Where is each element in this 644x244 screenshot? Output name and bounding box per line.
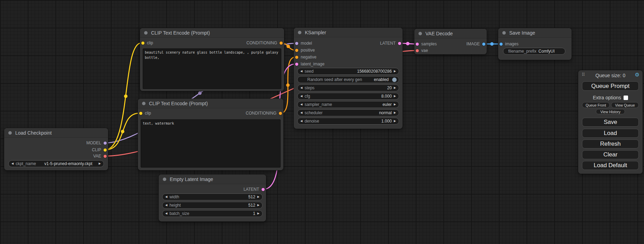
node-title-bar[interactable]: VAE Decode [414,29,487,38]
positive-input-port[interactable] [295,49,298,52]
collapse-dot-icon[interactable] [144,31,148,35]
latent-image-input: latent_image [295,61,325,67]
widget-value: ComfyUI [538,49,555,54]
widget-value: 1.000 [381,119,392,124]
queue-front-button[interactable]: Queue Front [582,102,610,108]
collapse-dot-icon[interactable] [142,102,145,105]
increment-arrow-icon[interactable]: ▶ [394,120,396,123]
port-label: samples [421,42,437,46]
port-label: negative [301,55,316,60]
latent-image-input-port[interactable] [295,63,298,66]
increment-arrow-icon[interactable]: ▶ [394,95,396,98]
increment-arrow-icon[interactable]: ▶ [394,70,396,73]
batch-size-widget[interactable]: ◀ batch_size 1 ▶ [162,210,263,217]
increment-arrow-icon[interactable]: ▶ [257,204,259,207]
clip-input-port[interactable] [139,112,142,115]
increment-arrow-icon[interactable]: ▶ [257,196,259,198]
queue-prompt-button[interactable]: Queue Prompt [582,81,639,91]
clip-output-port[interactable] [104,148,107,152]
node-title-bar[interactable]: KSampler [294,28,403,37]
vae-input-port[interactable] [416,49,419,52]
refresh-button[interactable]: Refresh [582,139,639,148]
steps-widget[interactable]: ◀ steps 20 ▶ [297,84,399,91]
increment-arrow-icon[interactable]: ▶ [394,103,396,106]
collapse-dot-icon[interactable] [502,31,506,35]
clip-output: CLIP [92,147,107,153]
conditioning-output-port[interactable] [280,42,283,45]
negative-input-port[interactable] [295,56,298,59]
decrement-arrow-icon[interactable]: ◀ [300,87,302,89]
latent-output: LATENT [380,40,401,46]
gear-icon[interactable]: ⚙ [635,72,639,77]
node-empty-latent-image[interactable]: Empty Latent Image LATENT ◀ width 512 ▶ … [159,174,266,222]
node-clip-text-encode-negative[interactable]: CLIP Text Encode (Prompt) clip CONDITION… [138,99,283,170]
collapse-dot-icon[interactable] [163,178,166,181]
collapse-dot-icon[interactable] [418,32,422,35]
decrement-arrow-icon[interactable]: ◀ [300,95,302,98]
prompt-textarea[interactable]: beautiful scenery nature glass bottle la… [143,48,281,89]
node-title-bar[interactable]: Load Checkpoint [4,128,108,138]
decrement-arrow-icon[interactable]: ◀ [11,162,14,165]
collapse-dot-icon[interactable] [298,31,301,34]
increment-arrow-icon[interactable]: ▶ [394,87,396,89]
width-widget[interactable]: ◀ width 512 ▶ [162,193,263,200]
random-seed-toggle-widget[interactable]: Random seed after every gen enabled [297,76,399,83]
vae-input: vae [416,47,428,54]
images-input-port[interactable] [500,43,503,46]
node-title-bar[interactable]: Save Image [498,28,572,38]
increment-arrow-icon[interactable]: ▶ [257,212,259,215]
port-label: MODEL [86,141,101,145]
collapse-dot-icon[interactable] [8,131,12,135]
extra-options-checkbox[interactable] [624,96,628,100]
height-widget[interactable]: ◀ height 512 ▶ [162,202,263,209]
load-default-button[interactable]: Load Default [582,161,639,170]
widget-label: sampler_name [305,102,332,107]
model-output-port[interactable] [104,142,107,145]
save-button[interactable]: Save [582,118,639,127]
decrement-arrow-icon[interactable]: ◀ [300,120,302,123]
view-queue-button[interactable]: View Queue [611,102,639,108]
decrement-arrow-icon[interactable]: ◀ [300,103,302,106]
prompt-textarea[interactable]: text, watermark [141,119,281,168]
vae-output-port[interactable] [104,155,107,158]
node-vae-decode[interactable]: VAE Decode samples vae IMAGE [414,29,487,54]
cfg-widget[interactable]: ◀ cfg 8.000 ▶ [297,93,399,100]
clip-input: clip [141,40,153,46]
node-title: CLIP Text Encode (Prompt) [151,30,210,36]
toggle-knob-icon[interactable] [392,78,397,82]
ckpt-name-widget[interactable]: ◀ ckpt_name v1-5-pruned-emaonly.ckpt ▶ [8,160,104,167]
latent-output-port[interactable] [398,42,401,45]
clip-input-port[interactable] [141,42,144,45]
decrement-arrow-icon[interactable]: ◀ [300,111,302,114]
increment-arrow-icon[interactable]: ▶ [99,162,101,165]
port-label: LATENT [244,187,259,192]
sampler-name-widget[interactable]: ◀ sampler_name euler ▶ [297,101,399,108]
decrement-arrow-icon[interactable]: ◀ [300,70,302,73]
denoise-widget[interactable]: ◀ denoise 1.000 ▶ [297,118,399,125]
node-load-checkpoint[interactable]: Load Checkpoint MODEL CLIP VAE ◀ ckpt_na… [4,128,108,170]
scheduler-widget[interactable]: ◀ scheduler normal ▶ [297,109,399,116]
node-title-bar[interactable]: CLIP Text Encode (Prompt) [138,99,283,108]
widget-label: Random seed after every gen [307,77,362,82]
node-clip-text-encode-positive[interactable]: CLIP Text Encode (Prompt) clip CONDITION… [140,28,284,91]
filename-prefix-widget[interactable]: filename_prefix ComfyUI [503,48,565,55]
clear-button[interactable]: Clear [582,150,639,159]
node-title-bar[interactable]: Empty Latent Image [159,174,266,184]
decrement-arrow-icon[interactable]: ◀ [165,204,167,207]
latent-output-port[interactable] [262,188,265,191]
load-button[interactable]: Load [582,129,639,138]
node-save-image[interactable]: Save Image images filename_prefix ComfyU… [498,28,572,60]
link-midpoint-dot [198,91,202,95]
decrement-arrow-icon[interactable]: ◀ [165,212,167,215]
increment-arrow-icon[interactable]: ▶ [394,111,396,114]
node-ksampler[interactable]: KSampler model positive negative latent_… [294,28,403,129]
seed-widget[interactable]: ◀ seed 156680208700286 ▶ [297,68,399,75]
decrement-arrow-icon[interactable]: ◀ [165,196,167,198]
conditioning-output-port[interactable] [279,112,282,115]
view-history-button[interactable]: View History [596,109,625,114]
image-output-port[interactable] [482,43,485,46]
samples-input-port[interactable] [416,43,419,46]
model-input-port[interactable] [295,42,298,45]
node-title: CLIP Text Encode (Prompt) [149,101,208,106]
node-title-bar[interactable]: CLIP Text Encode (Prompt) [140,28,284,38]
